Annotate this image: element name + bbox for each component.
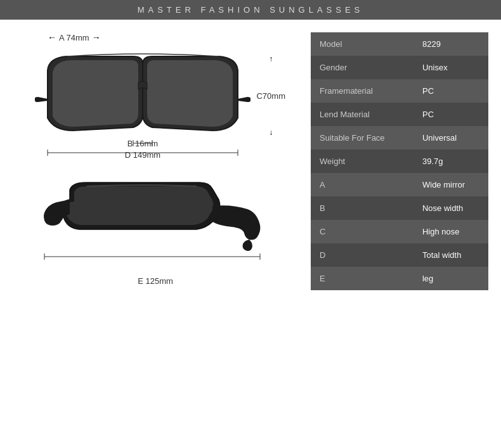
spec-value: leg — [413, 267, 488, 290]
spec-row: Model8229 — [311, 32, 488, 56]
spec-row: AWide mirror — [311, 173, 488, 196]
spec-row: Weight39.7g — [311, 150, 488, 173]
spec-value: Total width — [413, 243, 488, 267]
spec-label: Model — [311, 32, 413, 56]
spec-label: A — [311, 173, 413, 196]
spec-value: 39.7g — [413, 150, 488, 173]
spec-label: Weight — [311, 150, 413, 173]
spec-value: PC — [413, 103, 488, 126]
spec-label: Gender — [311, 56, 413, 79]
dimension-d-label: D 149mm — [125, 150, 160, 160]
spec-row: FramematerialPC — [311, 79, 488, 103]
specs-table: Model8229GenderUnisexFramematerialPCLend… — [311, 32, 488, 290]
spec-label: Lend Material — [311, 103, 413, 126]
spec-row: GenderUnisex — [311, 56, 488, 79]
spec-value: PC — [413, 79, 488, 103]
spec-value: Universal — [413, 126, 488, 150]
spec-value: Wide mirror — [413, 173, 488, 196]
spec-value: 8229 — [413, 32, 488, 56]
dimension-c-label: C70mm — [256, 91, 285, 101]
dimension-a-label: A 74mm — [59, 33, 89, 42]
spec-row: DTotal width — [311, 243, 488, 267]
header: MASTER FASHION SUNGLASSES — [0, 0, 501, 20]
right-panel: Model8229GenderUnisexFramematerialPCLend… — [311, 32, 488, 437]
front-view-section: ← A 74mm → — [35, 32, 276, 165]
header-title: MASTER FASHION SUNGLASSES — [138, 5, 364, 15]
c-arrow-down: ↓ — [269, 128, 273, 137]
arrow-right-icon: → — [92, 32, 101, 42]
spec-label: D — [311, 243, 413, 267]
spec-value: Nose width — [413, 196, 488, 220]
glasses-side-svg — [35, 177, 263, 272]
spec-row: Eleg — [311, 267, 488, 290]
spec-row: Suitable For FaceUniversal — [311, 126, 488, 150]
spec-label: C — [311, 220, 413, 243]
spec-value: Unisex — [413, 56, 488, 79]
arrow-left-icon: ← — [48, 32, 56, 42]
side-view-section: E 125mm — [35, 177, 276, 286]
spec-label: B — [311, 196, 413, 220]
spec-row: Lend MaterialPC — [311, 103, 488, 126]
spec-label: Suitable For Face — [311, 126, 413, 150]
dimension-b-label: B 16mm — [127, 139, 158, 148]
spec-label: Framematerial — [311, 79, 413, 103]
left-panel: ← A 74mm → — [13, 32, 298, 437]
dimension-e-label: E 125mm — [35, 276, 276, 286]
spec-row: BNose width — [311, 196, 488, 220]
spec-label: E — [311, 267, 413, 290]
c-arrow-up: ↑ — [269, 54, 273, 63]
spec-row: CHigh nose — [311, 220, 488, 243]
spec-value: High nose — [413, 220, 488, 243]
